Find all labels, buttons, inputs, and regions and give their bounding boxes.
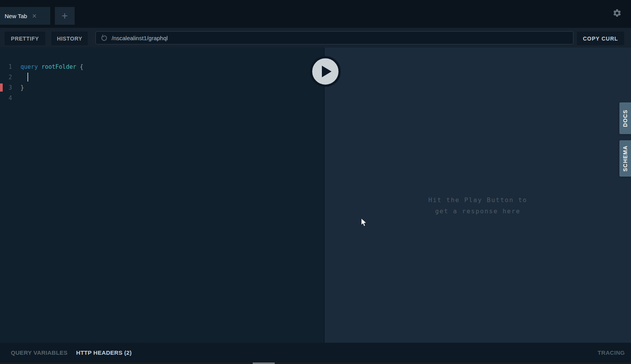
line-number: 4 [0,95,12,102]
tab-bar: New Tab × + [0,0,631,28]
graphql-playground: { "tabs": { "active_label": "New Tab", "… [0,0,631,364]
docs-tab[interactable]: DOCS [619,102,631,134]
code-token [38,63,41,70]
toolbar: PRETTIFY HISTORY COPY CURL [0,28,631,48]
query-variables-tab[interactable]: QUERY VARIABLES [11,343,68,362]
tab-title: New Tab [5,13,27,19]
tab-new-tab[interactable]: New Tab × [0,7,50,25]
endpoint-input[interactable] [112,35,568,41]
editor-line[interactable]: 2 [0,72,324,82]
query-editor-pane[interactable]: 1query rootFolder {2 3}4 [0,48,324,343]
history-button[interactable]: HISTORY [51,32,88,45]
code-content: query rootFolder { [20,63,83,70]
code-content [20,73,28,82]
settings-gear-icon[interactable] [612,9,622,18]
new-tab-button[interactable]: + [55,7,75,25]
bottom-bar: QUERY VARIABLES HTTP HEADERS (2) TRACING [0,343,631,362]
line-number: 2 [0,74,12,81]
code-token [20,74,27,81]
code-token: rootFolder [41,63,76,70]
endpoint-field[interactable] [95,31,573,44]
docs-tab-label: DOCS [622,109,628,127]
code-content: } [20,84,24,91]
execute-query-button[interactable] [310,56,341,87]
editor-line[interactable]: 1query rootFolder { [0,61,324,72]
code-token: } [20,84,24,91]
line-number: 1 [0,63,12,70]
placeholder-line-1: Hit the Play Button to [429,194,527,206]
copy-curl-button[interactable]: COPY CURL [577,32,624,45]
editor-line[interactable]: 4 [0,93,324,103]
line-number: 3 [0,84,12,91]
schema-tab[interactable]: SCHEMA [619,140,631,177]
scrollbar-thumb[interactable] [253,362,275,364]
response-pane: Hit the Play Button to get a response he… [325,48,631,343]
code-token: query [20,63,38,70]
response-placeholder: Hit the Play Button to get a response he… [429,173,527,217]
prettify-button[interactable]: PRETTIFY [5,32,45,45]
editor-line[interactable]: 3} [0,82,324,93]
editor-lines: 1query rootFolder {2 3}4 [0,48,324,103]
tracing-tab[interactable]: TRACING [598,343,625,362]
code-token: { [77,63,83,70]
http-headers-tab[interactable]: HTTP HEADERS (2) [76,343,132,362]
schema-tab-label: SCHEMA [622,145,628,172]
play-icon [322,66,332,77]
reload-endpoint-icon[interactable] [100,34,108,42]
placeholder-line-2: get a response here [429,206,527,217]
horizontal-scrollbar[interactable] [0,362,631,364]
text-caret [27,73,28,82]
close-tab-icon[interactable]: × [32,12,37,20]
main-area: 1query rootFolder {2 3}4 Hit the Play Bu… [0,48,631,343]
